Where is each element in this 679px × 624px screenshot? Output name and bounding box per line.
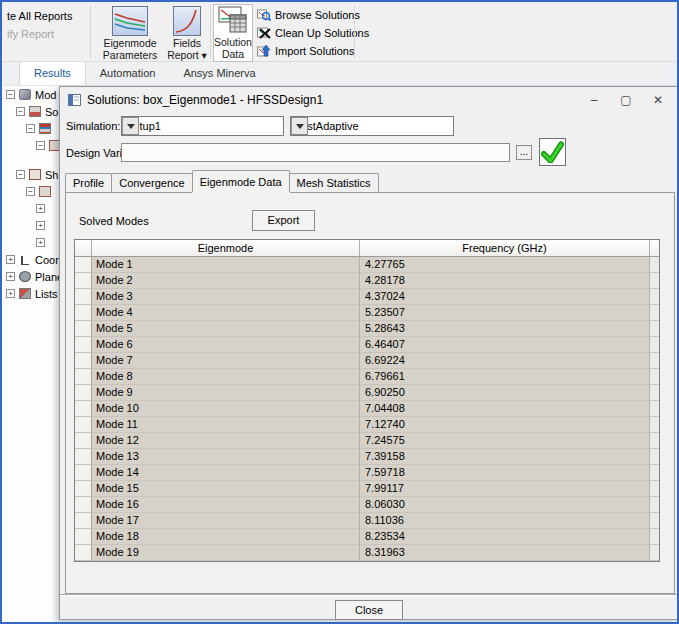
eigenmode-parameters-report-button[interactable]: Eigenmode Parameters Report ▾ <box>92 5 168 61</box>
chevron-down-icon[interactable] <box>291 117 308 135</box>
table-row[interactable]: Mode 5 5.28643 <box>75 321 659 337</box>
table-row[interactable]: Mode 16 8.06030 <box>75 497 659 513</box>
tree-expander-icon[interactable]: + <box>36 238 45 247</box>
tree-item[interactable]: − <box>2 183 59 200</box>
minimize-button[interactable]: – <box>578 87 610 113</box>
table-row[interactable]: Mode 8 6.79661 <box>75 369 659 385</box>
dialog-tab-eigenmode-data[interactable]: Eigenmode Data <box>192 170 290 192</box>
export-button[interactable]: Export <box>252 210 315 231</box>
tree-item[interactable]: − <box>2 137 59 154</box>
tree-item[interactable]: − So <box>2 103 59 120</box>
ribbon-tab-ansys-minerva[interactable]: Ansys Minerva <box>169 62 269 85</box>
row-selector[interactable] <box>75 545 92 561</box>
row-selector[interactable] <box>75 481 92 497</box>
tree-expander-icon[interactable]: − <box>16 170 25 179</box>
solution-data-button[interactable]: Solution Data <box>213 4 253 62</box>
import-solutions-button[interactable]: Import Solutions <box>257 42 369 59</box>
tree-expander-icon[interactable]: − <box>16 107 25 116</box>
row-selector[interactable] <box>75 385 92 401</box>
row-selector[interactable] <box>75 497 92 513</box>
design-variation-field[interactable] <box>121 143 510 162</box>
table-row[interactable]: Mode 18 8.23534 <box>75 529 659 545</box>
row-selector[interactable] <box>75 289 92 305</box>
mode-cell: Mode 3 <box>92 289 360 305</box>
table-row[interactable]: Mode 11 7.12740 <box>75 417 659 433</box>
row-selector[interactable] <box>75 465 92 481</box>
ribbon-tab-automation[interactable]: Automation <box>86 62 170 85</box>
tree-item[interactable]: − Sh <box>2 166 59 183</box>
maximize-button[interactable]: ▢ <box>610 87 642 113</box>
table-row[interactable]: Mode 13 7.39158 <box>75 449 659 465</box>
row-selector[interactable] <box>75 305 92 321</box>
table-row[interactable]: Mode 17 8.11036 <box>75 513 659 529</box>
row-selector[interactable] <box>75 337 92 353</box>
planes-icon <box>19 271 31 282</box>
tree-expander-icon[interactable]: + <box>6 255 15 264</box>
mode-cell: Mode 14 <box>92 465 360 481</box>
row-selector[interactable] <box>75 433 92 449</box>
table-row[interactable]: Mode 19 8.31963 <box>75 545 659 561</box>
table-row[interactable]: Mode 7 6.69224 <box>75 353 659 369</box>
fields-report-button[interactable]: Fields Report ▾ <box>167 5 207 61</box>
modify-report-button[interactable]: ify Report <box>7 28 54 40</box>
row-gutter <box>650 353 659 369</box>
row-selector[interactable] <box>75 353 92 369</box>
tree-item[interactable]: + <box>2 217 59 234</box>
tree-expander-icon[interactable]: + <box>36 204 45 213</box>
row-selector[interactable] <box>75 449 92 465</box>
mode-cell: Mode 15 <box>92 481 360 497</box>
row-selector[interactable] <box>75 529 92 545</box>
dialog-tab-convergence[interactable]: Convergence <box>111 173 192 192</box>
simulation-select[interactable]: Setup1 <box>121 116 284 136</box>
row-gutter <box>650 449 659 465</box>
chevron-down-icon[interactable] <box>122 117 139 135</box>
tree-expander-icon[interactable]: + <box>6 272 15 281</box>
browse-solutions-button[interactable]: Browse Solutions <box>257 6 369 23</box>
tree-expander-icon[interactable]: − <box>26 187 35 196</box>
dialog-title-bar[interactable]: Solutions: box_Eigenmode1 - HFSSDesign1 … <box>60 87 678 113</box>
apply-variation-button[interactable] <box>539 138 566 166</box>
row-selector[interactable] <box>75 401 92 417</box>
clean-up-solutions-button[interactable]: Clean Up Solutions <box>257 24 369 41</box>
browse-variation-button[interactable]: ... <box>516 145 532 160</box>
tree-item[interactable]: + Plane <box>2 268 59 285</box>
table-row[interactable]: Mode 14 7.59718 <box>75 465 659 481</box>
header-eigenmode[interactable]: Eigenmode <box>92 240 360 257</box>
row-selector[interactable] <box>75 369 92 385</box>
ribbon-tab-results[interactable]: Results <box>19 62 86 85</box>
solution-select[interactable]: LastAdaptive <box>290 116 454 136</box>
tree-expander-icon[interactable]: − <box>6 90 15 99</box>
tree-expander-icon[interactable]: + <box>36 221 45 230</box>
dialog-tab-profile[interactable]: Profile <box>65 173 112 192</box>
tree-item[interactable]: + Coor <box>2 251 59 268</box>
close-button[interactable]: Close <box>335 600 403 620</box>
table-row[interactable]: Mode 2 4.28178 <box>75 273 659 289</box>
table-row[interactable]: Mode 6 6.46407 <box>75 337 659 353</box>
table-row[interactable]: Mode 12 7.24575 <box>75 433 659 449</box>
table-row[interactable]: Mode 1 4.27765 <box>75 257 659 273</box>
row-selector[interactable] <box>75 513 92 529</box>
tree-item[interactable]: − Mod <box>2 86 59 103</box>
dialog-tab-mesh-statistics[interactable]: Mesh Statistics <box>289 173 379 192</box>
table-row[interactable]: Mode 4 5.23507 <box>75 305 659 321</box>
row-selector[interactable] <box>75 321 92 337</box>
row-selector[interactable] <box>75 273 92 289</box>
row-selector[interactable] <box>75 257 92 273</box>
create-all-reports-button[interactable]: te All Reports <box>7 10 72 22</box>
table-row[interactable]: Mode 15 7.99117 <box>75 481 659 497</box>
close-window-button[interactable]: ✕ <box>642 87 674 113</box>
tree-item[interactable]: + <box>2 234 59 251</box>
tree-expander-icon[interactable]: + <box>6 289 15 298</box>
table-row[interactable]: Mode 3 4.37024 <box>75 289 659 305</box>
simulation-value: Setup1 <box>122 120 283 132</box>
table-row[interactable]: Mode 10 7.04408 <box>75 401 659 417</box>
tree-item[interactable]: + <box>2 200 59 217</box>
tree-item[interactable]: + Lists <box>2 285 59 302</box>
tree-expander-icon[interactable]: − <box>36 141 45 150</box>
table-row[interactable]: Mode 9 6.90250 <box>75 385 659 401</box>
tree-item[interactable]: − <box>2 120 59 137</box>
header-frequency[interactable]: Frequency (GHz) <box>360 240 650 257</box>
row-selector[interactable] <box>75 417 92 433</box>
mode-cell: Mode 7 <box>92 353 360 369</box>
tree-expander-icon[interactable]: − <box>26 124 35 133</box>
